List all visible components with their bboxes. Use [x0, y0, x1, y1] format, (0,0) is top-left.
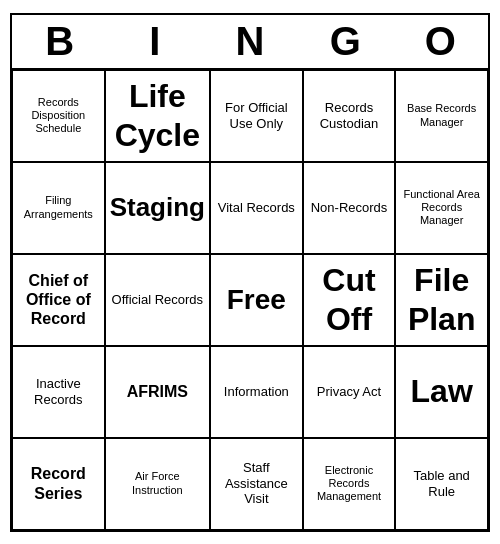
bingo-cell-23[interactable]: Electronic Records Management [303, 438, 396, 530]
bingo-cell-6[interactable]: Staging [105, 162, 210, 254]
bingo-cell-8[interactable]: Non-Records [303, 162, 396, 254]
bingo-cell-20[interactable]: Record Series [12, 438, 105, 530]
header-letter-o: O [393, 19, 488, 64]
bingo-grid: Records Disposition ScheduleLife CycleFo… [12, 70, 488, 530]
bingo-cell-4[interactable]: Base Records Manager [395, 70, 488, 162]
header-letter-i: I [107, 19, 202, 64]
bingo-cell-0[interactable]: Records Disposition Schedule [12, 70, 105, 162]
bingo-cell-17[interactable]: Information [210, 346, 303, 438]
header-letter-g: G [298, 19, 393, 64]
bingo-cell-12[interactable]: Free [210, 254, 303, 346]
bingo-cell-9[interactable]: Functional Area Records Manager [395, 162, 488, 254]
bingo-cell-2[interactable]: For Official Use Only [210, 70, 303, 162]
bingo-card: BINGO Records Disposition ScheduleLife C… [10, 13, 490, 532]
bingo-cell-14[interactable]: File Plan [395, 254, 488, 346]
bingo-cell-1[interactable]: Life Cycle [105, 70, 210, 162]
bingo-cell-18[interactable]: Privacy Act [303, 346, 396, 438]
header-letter-n: N [202, 19, 297, 64]
bingo-cell-10[interactable]: Chief of Office of Record [12, 254, 105, 346]
bingo-cell-15[interactable]: Inactive Records [12, 346, 105, 438]
bingo-cell-24[interactable]: Table and Rule [395, 438, 488, 530]
bingo-cell-22[interactable]: Staff Assistance Visit [210, 438, 303, 530]
header-letter-b: B [12, 19, 107, 64]
bingo-cell-5[interactable]: Filing Arrangements [12, 162, 105, 254]
bingo-cell-13[interactable]: Cut Off [303, 254, 396, 346]
bingo-cell-19[interactable]: Law [395, 346, 488, 438]
bingo-cell-7[interactable]: Vital Records [210, 162, 303, 254]
bingo-cell-16[interactable]: AFRIMS [105, 346, 210, 438]
bingo-header: BINGO [12, 15, 488, 70]
bingo-cell-11[interactable]: Official Records [105, 254, 210, 346]
bingo-cell-3[interactable]: Records Custodian [303, 70, 396, 162]
bingo-cell-21[interactable]: Air Force Instruction [105, 438, 210, 530]
